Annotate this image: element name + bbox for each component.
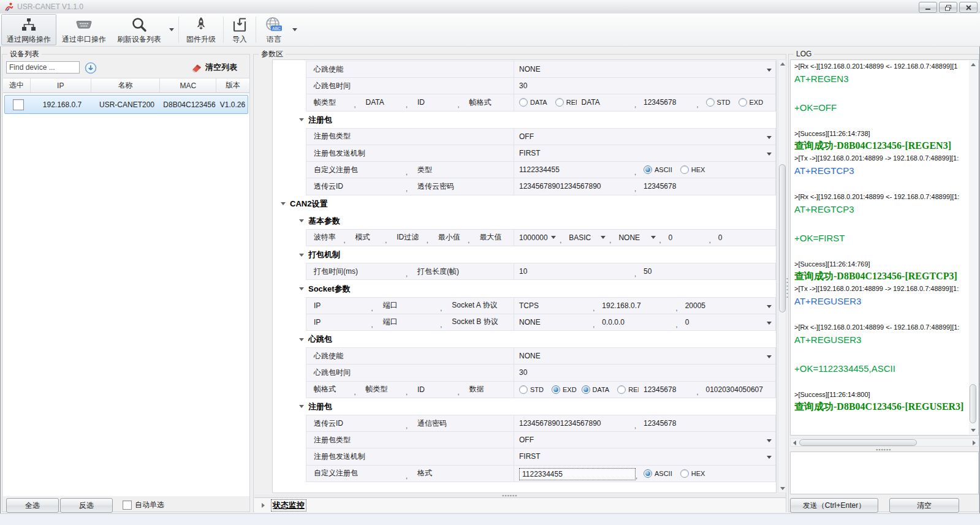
param-scrollbar-thumb[interactable] [779, 164, 786, 312]
param-value[interactable]: 192.168.0.7 [602, 301, 640, 310]
param-value[interactable]: 0 [669, 233, 673, 242]
param-value[interactable]: NONE [519, 65, 541, 74]
param-section-header[interactable]: 注册包 [273, 111, 776, 129]
param-value[interactable]: FIRST [519, 149, 541, 157]
log-scrollbar-vertical[interactable] [969, 61, 978, 434]
toolbar-import-button[interactable]: 导入 [226, 14, 254, 45]
device-row[interactable]: 192.168.0.7 USR-CANET200 D8B04C123456 V1… [4, 95, 248, 114]
dropdown-arrow-icon[interactable] [551, 236, 556, 239]
custom-register-packet-input[interactable] [519, 468, 636, 480]
radio-remc[interactable]: REMC [617, 385, 639, 394]
param-section-header[interactable]: CAN2设置 [273, 195, 776, 213]
scroll-down-icon[interactable] [971, 429, 976, 432]
dropdown-arrow-icon[interactable] [767, 136, 772, 139]
param-value[interactable]: 30 [519, 368, 527, 377]
scroll-up-icon[interactable] [971, 63, 976, 66]
clear-list-button[interactable]: 清空列表 [191, 62, 237, 73]
param-value[interactable]: 1000000 [519, 233, 548, 242]
radio-exd[interactable]: EXD [552, 385, 577, 394]
dropdown-arrow-icon[interactable] [767, 322, 772, 325]
param-value[interactable]: 12345678901234567890 [519, 182, 601, 191]
scroll-down-icon[interactable] [780, 487, 785, 490]
radio-ascii[interactable]: ASCII [644, 165, 672, 174]
radio-button-icon[interactable] [706, 98, 715, 107]
param-value[interactable]: 12345678 [644, 419, 676, 428]
column-header-name[interactable]: 名称 [91, 78, 161, 93]
status-monitor-label[interactable]: 状态监控 [271, 499, 306, 512]
radio-hex[interactable]: HEX [680, 469, 705, 478]
dropdown-arrow-icon[interactable] [767, 305, 772, 308]
scroll-right-icon[interactable] [973, 440, 976, 445]
find-device-input[interactable] [6, 61, 80, 74]
radio-std[interactable]: STD [519, 385, 544, 394]
param-section-header[interactable]: 基本参数 [273, 213, 776, 230]
column-header-ip[interactable]: IP [31, 78, 91, 93]
param-section-header[interactable]: 打包机制 [273, 246, 776, 263]
collapse-arrow-icon[interactable] [281, 202, 286, 205]
param-value[interactable]: NONE [618, 233, 640, 242]
collapse-arrow-icon[interactable] [299, 219, 304, 222]
radio-button-icon[interactable] [617, 385, 626, 394]
dropdown-arrow-icon[interactable] [767, 456, 772, 459]
param-value[interactable]: TCPS [519, 301, 539, 310]
collapse-arrow-icon[interactable] [299, 118, 304, 121]
device-checkbox[interactable] [13, 99, 24, 110]
log-scrollbar-horizontal[interactable] [790, 438, 979, 447]
restore-button[interactable] [939, 2, 957, 13]
param-value[interactable]: 30 [519, 81, 527, 90]
toolbar-language-button[interactable]: ABC 语言 [258, 14, 290, 45]
param-value[interactable]: BASIC [569, 233, 591, 242]
radio-data[interactable]: DATA [519, 98, 547, 107]
param-section-header[interactable]: 注册包 [273, 398, 776, 415]
radio-button-icon[interactable] [555, 98, 564, 107]
radio-ascii[interactable]: ASCII [644, 469, 672, 478]
toolbar-refresh-device-list-button[interactable]: 刷新设备列表 [112, 14, 167, 45]
param-value[interactable]: OFF [519, 132, 534, 141]
dropdown-arrow-icon[interactable] [767, 355, 772, 358]
radio-button-icon[interactable] [644, 165, 652, 174]
radio-remc[interactable]: REMC [555, 98, 577, 107]
param-value[interactable]: OFF [519, 436, 534, 444]
log-hscrollbar-thumb[interactable] [799, 439, 917, 446]
send-button[interactable]: 发送（Ctrl+Enter） [790, 498, 878, 513]
column-header-checked[interactable]: 选中 [3, 78, 31, 93]
find-device-button[interactable] [85, 61, 98, 75]
radio-hex[interactable]: HEX [680, 165, 705, 174]
collapse-arrow-icon[interactable] [299, 254, 304, 257]
radio-button-icon[interactable] [519, 385, 528, 394]
dropdown-arrow-icon[interactable] [601, 236, 606, 239]
toolbar-operate-via-network-button[interactable]: 通过网络操作 [1, 14, 56, 45]
param-value[interactable]: 20005 [685, 301, 705, 310]
dropdown-arrow-icon[interactable] [767, 439, 772, 442]
collapse-arrow-icon[interactable] [299, 338, 304, 341]
close-button[interactable] [959, 2, 978, 13]
param-value[interactable]: NONE [519, 352, 541, 360]
param-value[interactable]: 12345678 [644, 182, 676, 191]
scroll-left-icon[interactable] [793, 440, 796, 445]
param-value[interactable]: NONE [519, 318, 541, 327]
expand-arrow-icon[interactable] [262, 503, 265, 508]
param-value[interactable]: 12345678901234567890 [519, 419, 601, 428]
radio-button-icon[interactable] [680, 165, 689, 174]
clear-log-button[interactable]: 清空 [889, 498, 959, 513]
log-output[interactable]: >[Rx <-][192.168.0.201:48899 <- 192.168.… [790, 59, 979, 436]
param-section-header[interactable]: Socket参数 [273, 280, 776, 297]
toolbar-operate-via-serial-button[interactable]: 通过串口操作 [56, 14, 112, 45]
radio-button-icon[interactable] [582, 385, 590, 394]
invert-selection-button[interactable]: 反选 [60, 498, 113, 513]
scroll-up-icon[interactable] [780, 62, 785, 66]
param-value[interactable]: 12345678 [644, 385, 676, 394]
radio-data[interactable]: DATA [582, 385, 610, 394]
minimize-button[interactable] [919, 2, 937, 13]
radio-button-icon[interactable] [739, 98, 747, 107]
toolbar-firmware-upgrade-button[interactable]: 固件升级 [181, 14, 221, 45]
dropdown-arrow-icon[interactable] [651, 236, 656, 239]
param-value[interactable]: 50 [644, 267, 651, 276]
radio-button-icon[interactable] [519, 98, 528, 107]
param-value[interactable]: 0 [685, 318, 689, 327]
radio-exd[interactable]: EXD [739, 98, 764, 107]
select-all-button[interactable]: 全选 [6, 498, 59, 513]
status-monitor-bar[interactable]: 状态监控 [254, 497, 786, 512]
radio-button-icon[interactable] [680, 469, 689, 478]
param-value[interactable]: 0.0.0.0 [602, 318, 625, 327]
